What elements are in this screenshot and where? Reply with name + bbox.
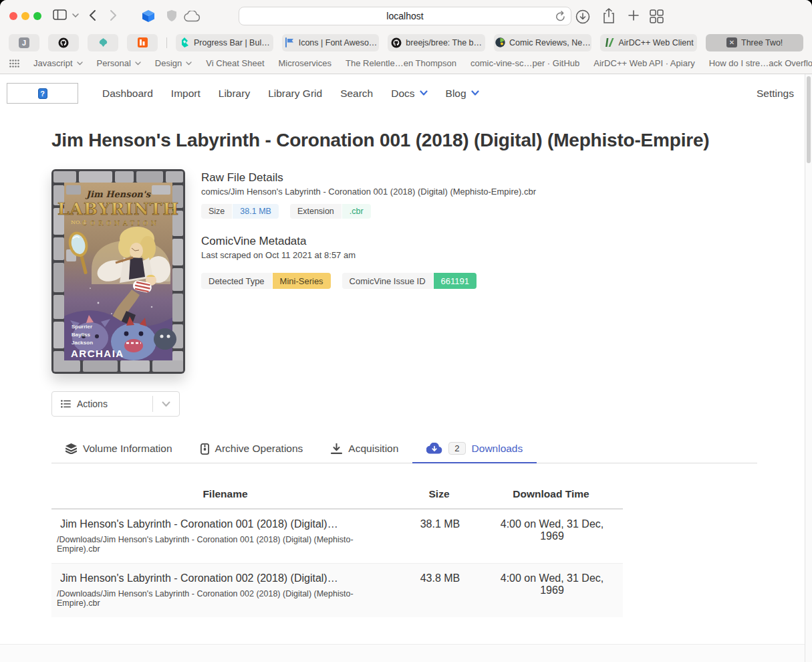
bookmark-folder-personal[interactable]: Personal xyxy=(97,58,141,68)
tab-progress-bar-bulma[interactable]: Progress Bar | Bul… xyxy=(176,34,273,51)
bookmark-microservices[interactable]: Microservices xyxy=(279,58,331,68)
orange-app-icon xyxy=(137,37,148,48)
tab-label: AirDC++ Web Client xyxy=(618,38,693,47)
address-bar[interactable]: localhost xyxy=(239,7,571,25)
row-size: 43.8 MB xyxy=(399,564,479,618)
tab-airdc[interactable]: AirDC++ Web Client xyxy=(600,34,698,51)
bookmark-vi-cheat-sheet[interactable]: Vi Cheat Sheet xyxy=(206,58,264,68)
raw-file-heading: Raw File Details xyxy=(201,171,536,185)
bookmark-label: Javascript xyxy=(33,58,73,68)
row-filename: Jim Henson's Labyrinth - Coronation 002 … xyxy=(60,572,392,584)
pinned-tab-github[interactable] xyxy=(48,34,79,51)
scrollbar-thumb[interactable] xyxy=(807,76,811,163)
downloads-count-badge: 2 xyxy=(448,442,465,455)
actions-dropdown-button[interactable]: Actions xyxy=(51,391,180,417)
tab-comic-reviews[interactable]: Comic Reviews, Ne… xyxy=(494,34,591,51)
comicvine-heading: ComicVine Metadata xyxy=(201,235,536,248)
nav-label: Import xyxy=(171,88,200,100)
bookmark-comic-vine-scraper[interactable]: comic-vine-sc…per · GitHub xyxy=(470,58,579,68)
row-download-time: 4:00 on Wed, 31 Dec, 1969 xyxy=(479,564,623,618)
tab-label: Comic Reviews, Ne… xyxy=(509,38,591,47)
tab-breejs[interactable]: breejs/bree: The b… xyxy=(388,34,485,51)
cover-byline: Jim Henson's xyxy=(85,189,152,199)
archive-file-icon xyxy=(200,443,209,455)
bookmarks-bar: Javascript Personal Design Vi Cheat Shee… xyxy=(0,53,812,74)
sidebar-toggle-icon[interactable] xyxy=(53,9,67,20)
bookmark-stack-overflow[interactable]: How do I stre…ack Overflow xyxy=(709,58,812,68)
nav-item-blog[interactable]: Blog xyxy=(446,88,479,100)
downloads-button[interactable] xyxy=(575,9,590,24)
nav-item-import[interactable]: Import xyxy=(171,88,200,100)
tab-archive-operations[interactable]: Archive Operations xyxy=(186,436,317,463)
download-icon xyxy=(331,443,342,454)
cover-subtitle: CORONATION xyxy=(82,219,160,227)
tab-volume-information[interactable]: Volume Information xyxy=(51,436,186,463)
minimize-window-button[interactable] xyxy=(21,12,29,20)
nav-label: Dashboard xyxy=(102,88,153,100)
page-footer xyxy=(0,644,805,662)
reload-icon[interactable] xyxy=(555,11,565,22)
pinned-tab-teal[interactable] xyxy=(88,34,118,51)
tab-three-two-active[interactable]: ✕ Three Two! xyxy=(706,34,803,51)
share-icon[interactable] xyxy=(602,8,616,24)
nav-item-docs[interactable]: Docs xyxy=(391,88,427,100)
table-row[interactable]: Jim Henson's Labyrinth - Coronation 002 … xyxy=(51,564,623,618)
font-awesome-flag-icon xyxy=(284,37,295,48)
icloud-icon[interactable] xyxy=(183,11,200,22)
close-window-button[interactable] xyxy=(9,12,17,20)
tab-downloads-active[interactable]: 2 Downloads xyxy=(412,436,537,463)
web-page: ? Dashboard Import Library Library Grid … xyxy=(0,74,812,662)
downloads-table: Filename Size Download Time Jim Henson's… xyxy=(51,481,623,617)
browser-window: localhost xyxy=(0,0,812,662)
pinned-tab-orange[interactable] xyxy=(127,34,158,51)
bookmark-folder-design[interactable]: Design xyxy=(155,58,192,68)
tab-acquisition[interactable]: Acquisition xyxy=(317,436,412,463)
new-tab-button[interactable] xyxy=(628,9,640,21)
nav-item-library-grid[interactable]: Library Grid xyxy=(268,88,322,100)
chevron-down-icon xyxy=(135,62,141,66)
address-bar-url[interactable]: localhost xyxy=(386,11,423,21)
comicvine-issue-id-value: 661191 xyxy=(434,273,477,289)
bookmark-airdc-api[interactable]: AirDC++ Web API · Apiary xyxy=(593,58,695,68)
col-header-download-time: Download Time xyxy=(479,481,623,509)
bookmark-label: Microservices xyxy=(279,58,331,68)
page-title: Jim Henson's Labyrinth - Coronation 001 … xyxy=(51,128,723,152)
nav-item-settings[interactable]: Settings xyxy=(757,88,794,100)
comic-cover-image: Jim Henson's LABYRINTH CORONATION NO. 1 … xyxy=(51,169,185,374)
privacy-shield-icon[interactable] xyxy=(166,9,177,22)
tab-font-awesome[interactable]: Icons | Font Aweso… xyxy=(282,34,380,51)
forward-button[interactable] xyxy=(110,9,118,21)
chevron-down-icon xyxy=(420,90,428,96)
tab-overview-icon[interactable] xyxy=(650,9,664,23)
sidebar-chevron-icon[interactable] xyxy=(72,13,79,18)
zoom-window-button[interactable] xyxy=(33,12,41,20)
bookmark-label: Personal xyxy=(97,58,131,68)
teal-app-icon xyxy=(98,37,108,48)
comic-site-icon xyxy=(495,37,505,48)
tab-separator xyxy=(166,37,167,48)
bookmark-folder-javascript[interactable]: Javascript xyxy=(33,58,83,68)
bulma-icon xyxy=(179,37,190,48)
actions-chevron-icon[interactable] xyxy=(153,401,179,407)
nav-item-search[interactable]: Search xyxy=(340,88,373,100)
three-two-icon: ✕ xyxy=(726,37,737,47)
pinned-tab-j[interactable]: J xyxy=(9,34,39,51)
nav-label: Library Grid xyxy=(268,88,322,100)
cover-title: LABYRINTH xyxy=(57,199,179,219)
col-header-filename: Filename xyxy=(51,481,399,509)
extension-tag-value: .cbr xyxy=(342,204,371,219)
row-filepath: /Downloads/Jim Henson's Labyrinth - Coro… xyxy=(57,535,392,554)
table-row[interactable]: Jim Henson's Labyrinth - Coronation 001 … xyxy=(51,509,623,564)
extension-cube-icon[interactable] xyxy=(142,9,155,23)
row-size: 38.1 MB xyxy=(399,509,479,564)
scrollbar[interactable] xyxy=(805,74,812,662)
cover-publisher-logo: ARCHAIA xyxy=(71,348,124,359)
apps-grid-icon[interactable] xyxy=(9,60,19,68)
tab-label: Acquisition xyxy=(348,443,398,455)
nav-item-library[interactable]: Library xyxy=(219,88,250,100)
bookmark-relentless[interactable]: The Relentle…en Thompson xyxy=(346,58,456,68)
back-button[interactable] xyxy=(88,9,96,21)
nav-item-dashboard[interactable]: Dashboard xyxy=(102,88,153,100)
size-tag: Size 38.1 MB xyxy=(201,204,279,219)
tab-label: Icons | Font Aweso… xyxy=(299,38,378,47)
